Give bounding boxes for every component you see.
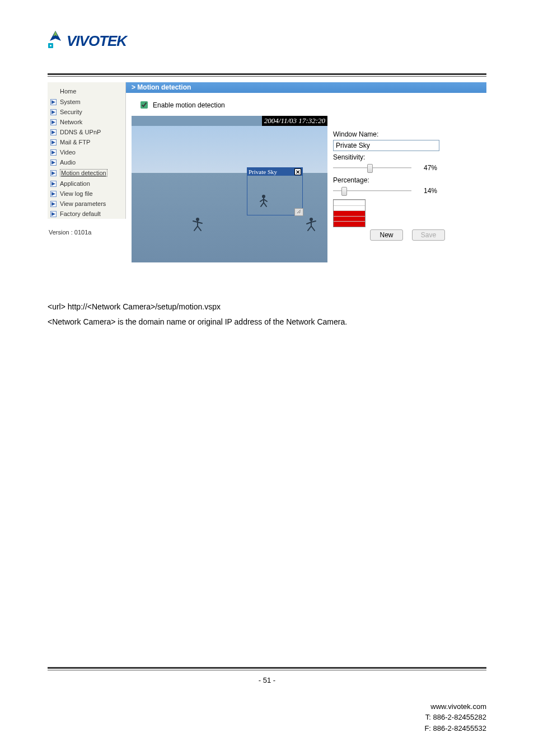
sidebar-item-label: System — [60, 98, 81, 105]
enable-row: Enable motion detection — [126, 93, 486, 116]
region-titlebar[interactable]: Private Sky ✕ — [247, 168, 302, 176]
divider — [48, 667, 486, 669]
arrow-right-icon — [50, 119, 57, 125]
sidebar-item-security[interactable]: Security — [48, 107, 125, 117]
page-number: - 51 - — [48, 676, 486, 684]
divider — [48, 76, 486, 77]
arrow-right-icon — [50, 170, 57, 176]
slider-thumb-icon[interactable] — [341, 187, 347, 196]
body-text: <url> http://<Network Camera>/setup/moti… — [48, 299, 486, 329]
sidebar-item-label: Mail & FTP — [60, 139, 90, 145]
motion-region[interactable]: Private Sky ✕ — [247, 167, 303, 215]
sidebar-item-system[interactable]: System — [48, 97, 125, 107]
arrow-right-icon — [50, 159, 57, 166]
figure-icon — [259, 194, 269, 210]
screenshot-embed: Home System Security Network DDNS & UPnP — [48, 82, 486, 266]
close-icon[interactable]: ✕ — [294, 168, 301, 175]
logo-text: VIVOTEK — [67, 32, 127, 50]
body-line: <url> http://<Network Camera>/setup/moti… — [48, 299, 486, 314]
logo: VIVOTEK — [48, 31, 486, 51]
body-line: <Network Camera> is the domain name or o… — [48, 314, 486, 330]
video-preview[interactable]: 2004/11/03 17:32:20 Private Sky ✕ — [132, 116, 327, 262]
percentage-label: Percentage: — [333, 176, 445, 184]
sidebar-item-view-log[interactable]: View log file — [48, 189, 125, 199]
footer-tel: T: 886-2-82455282 — [48, 712, 486, 723]
window-name-label: Window Name: — [333, 130, 445, 138]
figure-icon — [305, 217, 317, 234]
sidebar-item-audio[interactable]: Audio — [48, 157, 125, 167]
footer: - 51 - www.vivotek.com T: 886-2-82455282… — [48, 667, 486, 734]
sidebar-item-label: DDNS & UPnP — [60, 129, 101, 135]
svg-point-1 — [50, 45, 51, 46]
slider-thumb-icon[interactable] — [367, 164, 373, 173]
sidebar-item-label: Video — [60, 149, 76, 156]
sidebar-item-label: Application — [60, 180, 90, 187]
enable-label: Enable motion detection — [153, 101, 225, 109]
sidebar-item-mail-ftp[interactable]: Mail & FTP — [48, 137, 125, 147]
section-title: > Motion detection — [126, 82, 486, 93]
sidebar-item-view-parameters[interactable]: View parameters — [48, 199, 125, 209]
title-text: Motion detection — [137, 83, 191, 91]
version-text: Version : 0101a — [48, 219, 126, 236]
arrow-right-icon — [50, 191, 57, 197]
divider — [48, 670, 486, 670]
arrow-right-icon — [50, 211, 57, 217]
arrow-right-icon — [50, 201, 57, 207]
arrow-right-icon — [50, 181, 57, 187]
arrow-right-icon — [50, 129, 57, 135]
percentage-value: 14% — [417, 187, 437, 195]
sensitivity-label: Sensitivity: — [333, 153, 445, 161]
sidebar-item-label: Network — [60, 119, 82, 125]
sidebar-item-ddns-upnp[interactable]: DDNS & UPnP — [48, 127, 125, 137]
arrow-right-icon — [50, 149, 57, 156]
logo-mark-icon — [48, 31, 63, 51]
sidebar-item-label: View parameters — [60, 200, 106, 207]
arrow-right-icon — [50, 139, 57, 145]
sensitivity-slider[interactable] — [333, 163, 411, 173]
sensitivity-value: 47% — [417, 164, 437, 172]
sidebar-item-motion-detection[interactable]: Motion detection — [48, 167, 125, 179]
arrow-right-icon — [50, 99, 57, 105]
contact-block: www.vivotek.com T: 886-2-82455282 F: 886… — [48, 701, 486, 734]
sidebar-item-label: View log file — [60, 190, 93, 197]
title-prefix: > — [126, 83, 137, 91]
sidebar-item-factory-default[interactable]: Factory default — [48, 209, 125, 219]
percentage-slider[interactable] — [333, 186, 411, 196]
sidebar-home[interactable]: Home — [48, 86, 125, 97]
timestamp-overlay: 2004/11/03 17:32:20 — [262, 116, 327, 126]
footer-fax: F: 886-2-82455532 — [48, 723, 486, 734]
resize-handle-icon[interactable] — [294, 208, 303, 216]
level-meter — [333, 199, 366, 227]
save-button[interactable]: Save — [412, 229, 445, 241]
region-name: Private Sky — [249, 168, 277, 175]
new-button[interactable]: New — [370, 229, 403, 241]
sidebar-item-application[interactable]: Application — [48, 179, 125, 189]
sidebar: Home System Security Network DDNS & UPnP — [48, 82, 126, 219]
main-content: > Motion detection Enable motion detecti… — [126, 82, 486, 266]
sidebar-item-label: Factory default — [60, 210, 101, 217]
sidebar-item-network[interactable]: Network — [48, 117, 125, 127]
divider — [48, 73, 486, 75]
window-name-input[interactable] — [333, 140, 439, 151]
sidebar-item-label: Audio — [60, 159, 76, 166]
figure-icon — [191, 217, 204, 234]
controls-panel: Window Name: Sensitivity: 47% Percentage… — [333, 116, 445, 262]
enable-checkbox[interactable] — [140, 101, 148, 109]
arrow-right-icon — [50, 109, 57, 115]
sidebar-item-label: Motion detection — [60, 169, 107, 177]
sidebar-item-label: Security — [60, 109, 82, 115]
sidebar-item-video[interactable]: Video — [48, 147, 125, 157]
footer-site: www.vivotek.com — [48, 701, 486, 712]
